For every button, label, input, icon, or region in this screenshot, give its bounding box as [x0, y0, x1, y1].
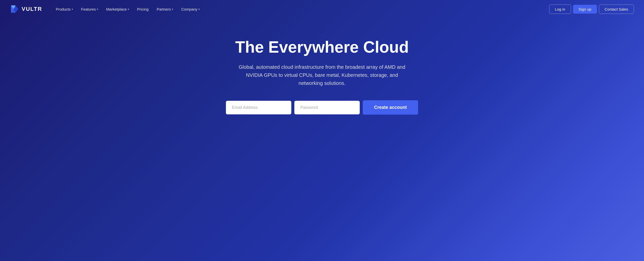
- brand-name: VULTR: [22, 6, 42, 12]
- hero-title: The Everywhere Cloud: [235, 38, 409, 56]
- chevron-down-icon: ▾: [72, 8, 73, 11]
- password-input[interactable]: [294, 101, 360, 114]
- create-account-button[interactable]: Create account: [363, 100, 418, 115]
- hero-subtitle: Global, automated cloud infrastructure f…: [236, 63, 408, 87]
- nav-item-company[interactable]: Company ▾: [178, 5, 203, 13]
- chevron-down-icon: ▾: [97, 8, 98, 11]
- signup-form: Create account: [226, 100, 418, 115]
- vultr-logo-icon: [10, 5, 19, 14]
- chevron-down-icon: ▾: [172, 8, 173, 11]
- email-input[interactable]: [226, 101, 291, 114]
- navbar: VULTR Products ▾ Features ▾ Marketplace …: [0, 0, 644, 18]
- nav-item-products[interactable]: Products ▾: [52, 5, 76, 13]
- chevron-down-icon: ▾: [198, 8, 200, 11]
- login-button[interactable]: Log in: [549, 5, 571, 14]
- nav-item-pricing[interactable]: Pricing: [134, 5, 152, 13]
- chevron-down-icon: ▾: [128, 8, 129, 11]
- nav-item-partners[interactable]: Partners ▾: [153, 5, 177, 13]
- nav-links: Products ▾ Features ▾ Marketplace ▾ Pric…: [52, 5, 549, 13]
- signup-button[interactable]: Sign up: [573, 5, 597, 14]
- hero-section: The Everywhere Cloud Global, automated c…: [0, 18, 644, 145]
- nav-actions: Log in Sign up Contact Sales: [549, 5, 634, 14]
- logo-link[interactable]: VULTR: [10, 5, 42, 14]
- contact-sales-button[interactable]: Contact Sales: [599, 5, 634, 14]
- nav-item-marketplace[interactable]: Marketplace ▾: [103, 5, 133, 13]
- nav-item-features[interactable]: Features ▾: [77, 5, 102, 13]
